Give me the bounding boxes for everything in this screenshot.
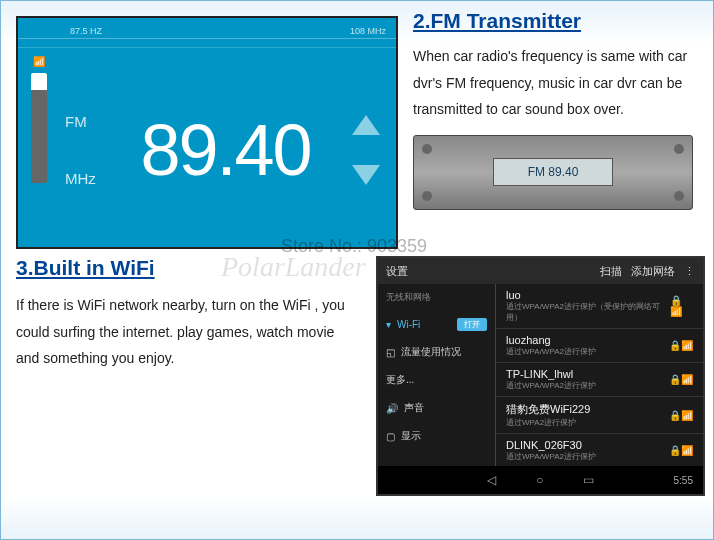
mhz-label: MHz — [65, 170, 115, 187]
radio-dot — [422, 144, 432, 154]
wifi-signal-icon: 🔒📶 — [670, 295, 693, 317]
list-item[interactable]: 猎豹免费WiFi229通过WPA2进行保护🔒📶 — [496, 397, 703, 434]
data-usage-category[interactable]: ◱ 流量使用情况 — [378, 338, 495, 366]
list-item[interactable]: luo通过WPA/WPA2进行保护（受保护的网络可用）🔒📶 — [496, 284, 703, 329]
wifi-signal-icon: 🔒📶 — [669, 340, 693, 351]
add-network-button[interactable]: 添加网络 — [631, 265, 675, 277]
settings-header: 设置 扫描 添加网络 ⋮ — [378, 258, 703, 284]
display-category[interactable]: ▢ 显示 — [378, 422, 495, 450]
net-sub: 通过WPA2进行保护 — [506, 417, 590, 428]
fm-sidebar: 📶 — [18, 48, 60, 251]
sound-cat-label: 声音 — [404, 401, 424, 415]
radio-dot — [674, 144, 684, 154]
android-nav-bar: ◁ ○ ▭ 5:55 — [378, 466, 703, 494]
section-2-desc: When car radio's frequency is same with … — [413, 43, 703, 123]
fm-label: FM — [65, 113, 115, 130]
home-button[interactable]: ○ — [536, 473, 543, 487]
wifi-signal-icon: 🔒📶 — [669, 374, 693, 385]
net-sub: 通过WPA/WPA2进行保护 — [506, 346, 596, 357]
wifi-toggle[interactable]: 打开 — [457, 318, 487, 331]
data-cat-label: 流量使用情况 — [401, 345, 461, 359]
settings-categories: 无线和网络 ▾ Wi-Fi 打开 ◱ 流量使用情况 更多... 🔊 声音 ▢ — [378, 284, 496, 470]
settings-title: 设置 — [386, 264, 408, 279]
recent-button[interactable]: ▭ — [583, 473, 594, 487]
sound-icon: 🔊 — [386, 403, 398, 414]
radio-lcd-display: FM 89.40 — [493, 158, 613, 186]
data-icon: ◱ — [386, 347, 395, 358]
clock: 5:55 — [674, 475, 693, 486]
category-header: 无线和网络 — [378, 284, 495, 311]
more-category[interactable]: 更多... — [378, 366, 495, 394]
wifi-network-list: luo通过WPA/WPA2进行保护（受保护的网络可用）🔒📶 luozhang通过… — [496, 284, 703, 470]
wifi-cat-label: Wi-Fi — [397, 319, 420, 330]
radio-dot — [422, 191, 432, 201]
display-cat-label: 显示 — [401, 429, 421, 443]
scale-line — [18, 38, 396, 39]
fm-transmitter-screen: 87.5 HZ 108 MHz 📶 FM MHz 89.40 — [16, 16, 398, 249]
freq-up-button[interactable] — [352, 115, 380, 135]
wifi-signal-icon: 🔒📶 — [669, 410, 693, 421]
section-2-title: 2.FM Transmitter — [413, 9, 703, 33]
radio-dot — [674, 191, 684, 201]
list-item[interactable]: luozhang通过WPA/WPA2进行保护🔒📶 — [496, 329, 703, 363]
freq-down-button[interactable] — [352, 165, 380, 185]
net-sub: 通过WPA/WPA2进行保护 — [506, 451, 596, 462]
signal-icon: 📶 — [33, 56, 45, 67]
frequency-display: 89.40 — [115, 48, 336, 251]
menu-icon[interactable]: ⋮ — [684, 265, 695, 277]
android-settings-screen: 设置 扫描 添加网络 ⋮ 无线和网络 ▾ Wi-Fi 打开 ◱ 流量使用情况 — [376, 256, 705, 496]
sound-category[interactable]: 🔊 声音 — [378, 394, 495, 422]
back-button[interactable]: ◁ — [487, 473, 496, 487]
section-3-desc: If there is WiFi network nearby, turn on… — [16, 292, 361, 372]
display-icon: ▢ — [386, 431, 395, 442]
section-3-title: 3.Built in WiFi — [16, 256, 361, 280]
net-sub: 通过WPA/WPA2进行保护（受保护的网络可用） — [506, 301, 670, 323]
net-name: 猎豹免费WiFi229 — [506, 402, 590, 417]
volume-slider[interactable] — [31, 73, 47, 183]
list-item[interactable]: TP-LINK_lhwl通过WPA/WPA2进行保护🔒📶 — [496, 363, 703, 397]
freq-high-label: 108 MHz — [350, 26, 386, 36]
wifi-signal-icon: 🔒📶 — [669, 445, 693, 456]
freq-low-label: 87.5 HZ — [70, 26, 102, 36]
list-item[interactable]: DLINK_026F30通过WPA/WPA2进行保护🔒📶 — [496, 434, 703, 468]
net-name: luo — [506, 289, 670, 301]
net-name: luozhang — [506, 334, 596, 346]
frequency-scale-bar: 87.5 HZ 108 MHz — [18, 18, 396, 48]
wifi-category[interactable]: ▾ Wi-Fi 打开 — [378, 311, 495, 338]
net-sub: 通过WPA/WPA2进行保护 — [506, 380, 596, 391]
car-radio-image: FM 89.40 — [413, 135, 693, 210]
wifi-icon: ▾ — [386, 319, 391, 330]
net-name: TP-LINK_lhwl — [506, 368, 596, 380]
scan-button[interactable]: 扫描 — [600, 265, 622, 277]
net-name: DLINK_026F30 — [506, 439, 596, 451]
